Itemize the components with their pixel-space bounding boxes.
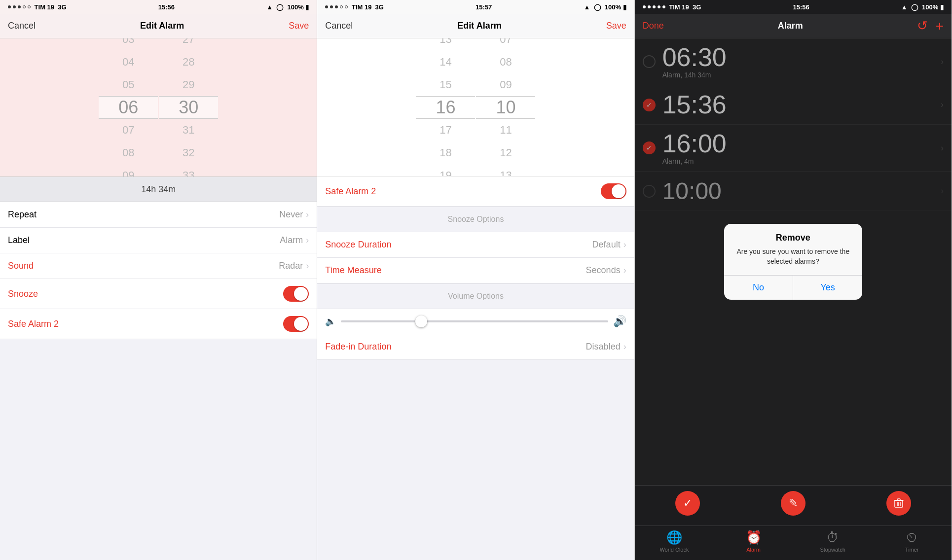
- label-value: Alarm ›: [280, 235, 309, 245]
- picker-item: 27: [159, 38, 218, 51]
- modal-yes-button[interactable]: Yes: [793, 276, 862, 300]
- add-icon[interactable]: +: [936, 18, 944, 34]
- timer-icon: ⏲: [906, 530, 918, 545]
- save-button-2[interactable]: Save: [606, 21, 626, 31]
- hour-picker-2[interactable]: 13 14 15 16 17 18 19: [416, 38, 475, 176]
- time-measure-row[interactable]: Time Measure Seconds ›: [317, 258, 634, 283]
- world-clock-icon: 🌐: [666, 530, 682, 545]
- safe-alarm-row-1[interactable]: Safe Alarm 2: [0, 309, 317, 339]
- signal-dot: [325, 5, 328, 8]
- picker-selected-hour-2: 16: [416, 96, 475, 119]
- toolbar-trash-button[interactable]: [886, 491, 911, 516]
- snooze-duration-text: Default: [592, 240, 621, 250]
- chevron-icon: ›: [306, 261, 309, 271]
- tab-timer[interactable]: ⏲ Timer: [872, 530, 952, 554]
- snooze-duration-row[interactable]: Snooze Duration Default ›: [317, 232, 634, 258]
- sound-row[interactable]: Sound Radar ›: [0, 253, 317, 279]
- picker-item: 13: [476, 164, 535, 177]
- settings-list-2: Safe Alarm 2 Snooze Options Snooze Durat…: [317, 176, 634, 360]
- settings-list-1: Repeat Never › Label Alarm › Sound Radar…: [0, 202, 317, 339]
- volume-slider-row[interactable]: 🔈 🔊: [317, 309, 634, 334]
- hour-picker-1[interactable]: 03 04 05 06 07 08 09: [99, 38, 158, 176]
- snooze-toggle[interactable]: [283, 286, 309, 302]
- snooze-label: Snooze: [8, 289, 38, 299]
- repeat-label: Repeat: [8, 210, 37, 220]
- status-time-2: 15:57: [476, 3, 492, 11]
- picker-selected-minute-1: 30: [159, 96, 218, 119]
- sound-value: Radar ›: [279, 261, 309, 271]
- tab-stopwatch[interactable]: ⏱ Stopwatch: [793, 530, 873, 554]
- picker-item: 11: [476, 119, 535, 141]
- status-time-1: 15:56: [158, 3, 175, 11]
- safe-alarm-row-2[interactable]: Safe Alarm 2: [317, 176, 634, 207]
- signal-dot: [643, 5, 646, 8]
- modal-no-button[interactable]: No: [724, 276, 793, 300]
- remove-modal-overlay[interactable]: Remove Are you sure you want to remove t…: [635, 38, 952, 485]
- status-battery-3: ▲ ◯ 100% ▮: [901, 3, 944, 11]
- nav-bar-3: Done Alarm ↺ +: [635, 14, 952, 38]
- signal-dot: [330, 5, 333, 8]
- nav-bar-1: Cancel Edit Alarm Save: [0, 14, 317, 38]
- done-button-3[interactable]: Done: [643, 21, 664, 31]
- safe-alarm-toggle-2[interactable]: [601, 183, 626, 199]
- toggle-knob: [294, 317, 308, 331]
- snooze-options-text: Snooze Options: [325, 215, 626, 224]
- save-button-1[interactable]: Save: [289, 21, 309, 31]
- picker-item: 04: [99, 51, 158, 73]
- nav-icons-3: ↺ +: [917, 18, 944, 34]
- toolbar-trash-action[interactable]: [884, 492, 914, 514]
- toolbar-pencil-button[interactable]: ✎: [781, 491, 806, 516]
- tab-world-clock[interactable]: 🌐 World Clock: [635, 530, 714, 554]
- time-picker-1[interactable]: 03 04 05 06 07 08 09 27 28 29 30 31 32 3…: [0, 38, 317, 176]
- tab-timer-label: Timer: [905, 547, 919, 553]
- minute-picker-1[interactable]: 27 28 29 30 31 32 33: [159, 38, 218, 176]
- status-carrier-2: TIM 19 3G: [325, 3, 384, 11]
- picker-item: 03: [99, 38, 158, 51]
- label-label: Label: [8, 235, 30, 245]
- tab-alarm[interactable]: ⏰ Alarm: [714, 530, 793, 554]
- cancel-button-1[interactable]: Cancel: [8, 21, 36, 31]
- safe-alarm-toggle-1[interactable]: [283, 316, 309, 332]
- picker-item: 07: [476, 38, 535, 51]
- toolbar-check-action[interactable]: ✓: [673, 492, 702, 514]
- time-measure-label: Time Measure: [325, 265, 381, 276]
- chevron-icon: ›: [623, 240, 626, 250]
- volume-slider-track[interactable]: [341, 320, 608, 322]
- volume-options-header: Volume Options: [317, 283, 634, 309]
- label-row[interactable]: Label Alarm ›: [0, 228, 317, 253]
- repeat-value-text: Never: [279, 210, 303, 220]
- picker-item: 09: [476, 73, 535, 96]
- cancel-button-2[interactable]: Cancel: [325, 21, 353, 31]
- nav-title-1: Edit Alarm: [140, 21, 184, 31]
- fade-in-value: Disabled ›: [586, 342, 626, 352]
- countdown-text-1: 14h 34m: [141, 184, 176, 195]
- snooze-duration-label: Snooze Duration: [325, 240, 391, 250]
- toolbar-check-button[interactable]: ✓: [675, 491, 700, 516]
- snooze-row[interactable]: Snooze: [0, 279, 317, 309]
- sound-label: Sound: [8, 261, 34, 271]
- alarm-icon: ⏰: [746, 530, 762, 545]
- fade-in-row[interactable]: Fade-in Duration Disabled ›: [317, 334, 634, 360]
- time-picker-2[interactable]: 13 14 15 16 17 18 19 07 08 09 10 11 12 1…: [317, 38, 634, 176]
- nav-title-2: Edit Alarm: [457, 21, 501, 31]
- signal-dot: [8, 5, 11, 8]
- picker-item: 17: [416, 119, 475, 141]
- repeat-row[interactable]: Repeat Never ›: [0, 202, 317, 228]
- toggle-knob: [612, 184, 625, 198]
- snooze-duration-value: Default ›: [592, 240, 626, 250]
- time-measure-value: Seconds ›: [586, 265, 626, 276]
- tab-bar: 🌐 World Clock ⏰ Alarm ⏱ Stopwatch ⏲ Time…: [635, 525, 952, 560]
- signal-dot: [345, 5, 348, 8]
- time-measure-text: Seconds: [586, 265, 621, 276]
- safe-alarm-label-1: Safe Alarm 2: [8, 319, 59, 329]
- chevron-icon: ›: [623, 265, 626, 276]
- refresh-icon[interactable]: ↺: [917, 18, 928, 34]
- minute-picker-2[interactable]: 07 08 09 10 11 12 13: [476, 38, 535, 176]
- volume-slider-thumb[interactable]: [415, 315, 427, 327]
- picker-selected-minute-2: 10: [476, 96, 535, 119]
- picker-item: 15: [416, 73, 475, 96]
- signal-dot: [662, 5, 665, 8]
- status-time-3: 15:56: [793, 3, 809, 11]
- status-carrier-3: TIM 19 3G: [643, 3, 701, 11]
- toolbar-pencil-action[interactable]: ✎: [778, 492, 808, 514]
